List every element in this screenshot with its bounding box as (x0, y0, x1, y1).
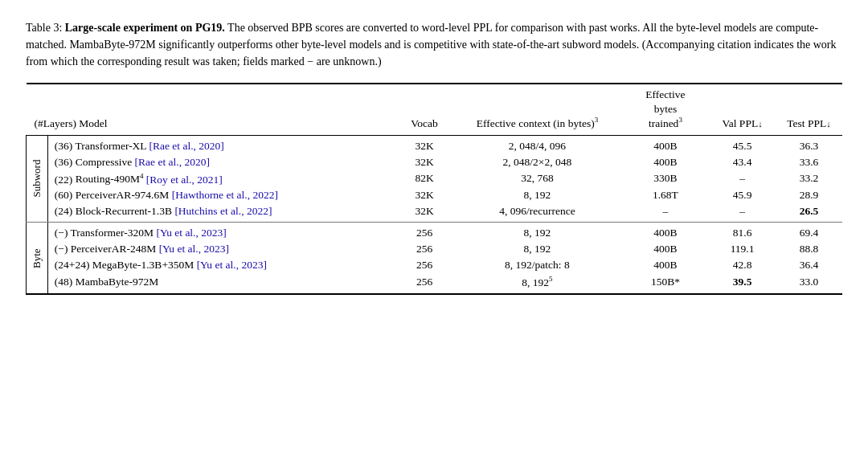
brow4-vocab: 256 (396, 273, 452, 294)
subword-row-3: (22) Routing-490M4 [Roy et al., 2021] 82… (27, 170, 843, 188)
table-caption: Table 3: Large-scale experiment on PG19.… (26, 19, 837, 70)
row4-eff-bytes: 1.68T (622, 187, 709, 203)
row1-citation: [Rae et al., 2020] (149, 140, 224, 152)
row4-layers: (60) (55, 189, 76, 201)
brow4-val-ppl: 39.5 (709, 273, 776, 294)
byte-row-4: (48) MambaByte-972M 256 8, 1925 150B* 39… (27, 273, 843, 294)
model-cell: (24) Block-Recurrent-1.3B [Hutchins et a… (47, 203, 396, 223)
brow2-test-ppl: 88.8 (776, 241, 842, 257)
brow2-eff-bytes: 400B (622, 241, 709, 257)
model-cell: (36) Compressive [Rae et al., 2020] (47, 154, 396, 170)
subword-row-5: (24) Block-Recurrent-1.3B [Hutchins et a… (27, 203, 843, 223)
row1-val-ppl: 45.5 (709, 135, 776, 154)
model-cell: (−) PerceiverAR-248M [Yu et al., 2023] (47, 241, 396, 257)
brow1-eff-context: 8, 192 (452, 223, 621, 242)
row3-val-ppl: – (709, 170, 776, 188)
eff-bytes-line2: bytes (654, 103, 678, 115)
row5-model: Block-Recurrent-1.3B (76, 205, 175, 217)
brow4-eff-context: 8, 1925 (452, 273, 621, 294)
brow1-val-ppl: 81.6 (709, 223, 776, 242)
row3-test-ppl: 33.2 (776, 170, 842, 188)
row4-vocab: 32K (396, 187, 452, 203)
row4-citation: [Hawthorne et al., 2022] (172, 189, 278, 201)
brow3-eff-context: 8, 192/patch: 8 (452, 257, 621, 273)
brow1-eff-bytes: 400B (622, 223, 709, 242)
brow3-vocab: 256 (396, 257, 452, 273)
row4-test-ppl: 28.9 (776, 187, 842, 203)
eff-bytes-sup: 3 (678, 116, 682, 124)
row2-layers: (36) (55, 156, 76, 168)
brow3-val-ppl: 42.8 (709, 257, 776, 273)
row1-vocab: 32K (396, 135, 452, 154)
eff-bytes-line1: Effective (645, 88, 685, 100)
byte-row-2: (−) PerceiverAR-248M [Yu et al., 2023] 2… (27, 241, 843, 257)
subword-row-2: (36) Compressive [Rae et al., 2020] 32K … (27, 154, 843, 170)
subword-row-4: (60) PerceiverAR-974.6M [Hawthorne et al… (27, 187, 843, 203)
row1-test-ppl: 36.3 (776, 135, 842, 154)
model-header: (#Layers) Model (31, 117, 108, 131)
brow1-citation: [Yu et al., 2023] (156, 227, 226, 239)
val-ppl-arrow: ↓ (758, 119, 763, 129)
eff-bytes-line3: trained (649, 117, 678, 129)
brow4-eff-bytes: 150B* (622, 273, 709, 294)
brow3-citation: [Yu et al., 2023] (197, 259, 267, 271)
row1-layers: (36) (55, 140, 76, 152)
brow3-model: MegaByte-1.3B+350M (92, 259, 197, 271)
row1-model: Transformer-XL (75, 140, 149, 152)
brow2-model: PerceiverAR-248M (71, 243, 159, 255)
vocab-header: Vocab (411, 117, 438, 129)
subword-category: Subword (27, 135, 48, 223)
brow2-layers: (−) (55, 243, 71, 255)
brow3-eff-bytes: 400B (622, 257, 709, 273)
row2-eff-bytes: 400B (622, 154, 709, 170)
brow2-citation: [Yu et al., 2023] (159, 243, 229, 255)
header-row: (#Layers) Model Vocab Effective context … (27, 84, 843, 133)
row5-vocab: 32K (396, 203, 452, 223)
row3-model: Routing-490M4 (76, 173, 146, 185)
brow1-test-ppl: 69.4 (776, 223, 842, 242)
brow3-layers: (24+24) (55, 259, 92, 271)
model-cell: (24+24) MegaByte-1.3B+350M [Yu et al., 2… (47, 257, 396, 273)
byte-row-3: (24+24) MegaByte-1.3B+350M [Yu et al., 2… (27, 257, 843, 273)
row3-citation: [Roy et al., 2021] (146, 173, 223, 185)
subword-row-1: Subword (36) Transformer-XL [Rae et al.,… (27, 135, 843, 154)
row4-val-ppl: 45.9 (709, 187, 776, 203)
byte-row-1: Byte (−) Transformer-320M [Yu et al., 20… (27, 223, 843, 242)
table-number: Table 3: (26, 22, 62, 34)
brow4-layers: (48) (55, 276, 76, 288)
test-ppl-arrow: ↓ (826, 119, 831, 129)
row5-eff-bytes: – (622, 203, 709, 223)
row4-eff-context: 8, 192 (452, 187, 621, 203)
row5-citation: [Hutchins et al., 2022] (174, 205, 272, 217)
eff-context-sup: 3 (595, 116, 599, 124)
row5-layers: (24) (55, 205, 76, 217)
test-ppl-header: Test PPL (787, 117, 826, 129)
eff-context-header: Effective context (in bytes) (477, 117, 595, 129)
brow1-layers: (−) (55, 227, 71, 239)
row4-model: PerceiverAR-974.6M (76, 189, 172, 201)
row1-eff-context: 2, 048/4, 096 (452, 135, 621, 154)
byte-category: Byte (27, 223, 48, 294)
model-cell: (22) Routing-490M4 [Roy et al., 2021] (47, 170, 396, 188)
row3-vocab: 82K (396, 170, 452, 188)
row2-model: Compressive (76, 156, 135, 168)
row3-layers: (22) (55, 173, 76, 185)
row5-test-ppl: 26.5 (776, 203, 842, 223)
row2-vocab: 32K (396, 154, 452, 170)
val-ppl-header: Val PPL (723, 117, 759, 129)
model-cell: (60) PerceiverAR-974.6M [Hawthorne et al… (47, 187, 396, 203)
results-table: (#Layers) Model Vocab Effective context … (26, 83, 842, 295)
brow2-val-ppl: 119.1 (709, 241, 776, 257)
model-cell: (−) Transformer-320M [Yu et al., 2023] (47, 223, 396, 242)
row2-eff-context: 2, 048/2×2, 048 (452, 154, 621, 170)
table-title: Large-scale experiment on PG19. (65, 22, 225, 34)
model-cell: (48) MambaByte-972M (47, 273, 396, 294)
brow1-model: Transformer-320M (71, 227, 157, 239)
model-cell: (36) Transformer-XL [Rae et al., 2020] (47, 135, 396, 154)
brow2-vocab: 256 (396, 241, 452, 257)
brow4-test-ppl: 33.0 (776, 273, 842, 294)
brow4-model: MambaByte-972M (76, 276, 159, 288)
row3-eff-context: 32, 768 (452, 170, 621, 188)
row5-val-ppl: – (709, 203, 776, 223)
brow2-eff-context: 8, 192 (452, 241, 621, 257)
